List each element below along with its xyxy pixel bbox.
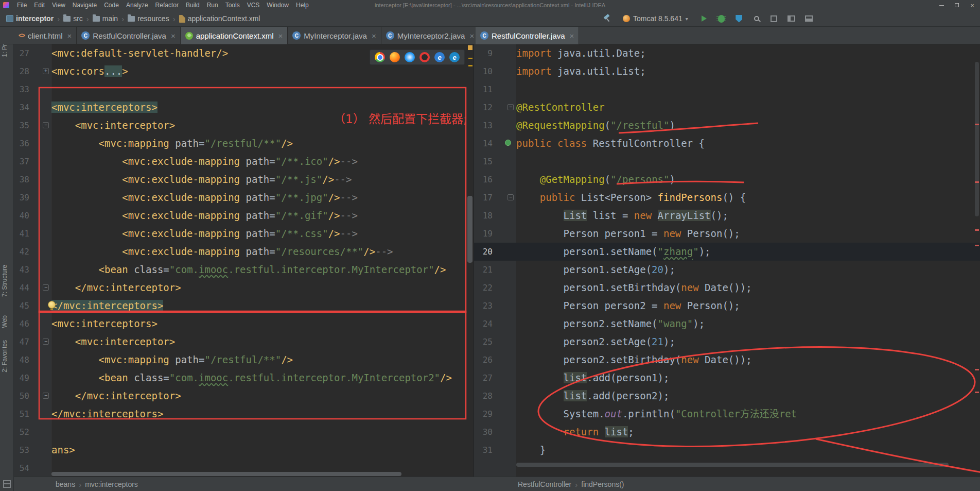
code-line-13[interactable]: 13@RequestMapping("/restful")	[474, 116, 980, 134]
menu-edit[interactable]: Edit	[30, 2, 48, 9]
menu-refactor[interactable]: Refactor	[152, 2, 182, 9]
code-line-42[interactable]: 42 <mvc:exclude-mapping path="/resources…	[14, 243, 474, 261]
close-icon[interactable]: ×	[469, 31, 474, 40]
code-line-38[interactable]: 38 <mvc:exclude-mapping path="/**.js"/>-…	[14, 171, 474, 189]
code-line-16[interactable]: 16 @GetMapping("/persons")	[474, 171, 980, 189]
code-line-53[interactable]: 53ans>	[14, 441, 474, 459]
menu-help[interactable]: Help	[292, 2, 312, 9]
code-line-29[interactable]: 29 System.out.println("Controller方法还没ret	[474, 405, 980, 423]
ie-icon[interactable]: e	[434, 52, 445, 62]
code-line-39[interactable]: 39 <mvc:exclude-mapping path="/**.jpg"/>…	[14, 189, 474, 207]
breadcrumb-main[interactable]: main	[92, 14, 119, 23]
fold-collapse-icon[interactable]: −	[43, 284, 49, 291]
code-line-47[interactable]: 47− <mvc:interceptor>	[14, 333, 474, 351]
code-line-27[interactable]: 27 list.add(person1);	[474, 369, 980, 387]
edge-icon[interactable]: e	[449, 52, 460, 62]
crumb-RestfulController[interactable]: RestfulController	[516, 480, 573, 488]
xml-editor-pane[interactable]: 27<mvc:default-servlet-handler/>28+<mvc:…	[14, 44, 474, 477]
run-configuration-selector[interactable]: Tomcat 8.5.641 ▾	[619, 13, 692, 24]
breadcrumb-applicationContext.xml[interactable]: applicationContext.xml	[178, 14, 261, 23]
tab-MyInterceptor.java[interactable]: CMyInterceptor.java×	[288, 27, 381, 44]
code-line-46[interactable]: 46<mvc:interceptors>	[14, 315, 474, 333]
code-line-52[interactable]: 52	[14, 423, 474, 441]
coverage-button[interactable]	[733, 13, 745, 24]
code-line-41[interactable]: 41 <mvc:exclude-mapping path="/**.css"/>…	[14, 225, 474, 243]
fold-collapse-icon[interactable]: −	[507, 104, 514, 110]
tab-RestfulController.java[interactable]: CRestfulController.java×	[77, 27, 180, 44]
crumb-findPersons()[interactable]: findPersons()	[580, 480, 625, 488]
code-line-9[interactable]: 9import java.util.Date;	[474, 44, 980, 62]
menu-vcs[interactable]: VCS	[243, 2, 264, 9]
settings-box-button[interactable]	[768, 13, 780, 24]
tab-MyInterceptor2.java[interactable]: CMyInterceptor2.java×	[381, 27, 480, 44]
code-line-36[interactable]: 36 <mvc:mapping path="/restful/**"/>	[14, 134, 474, 153]
stripe-item-2: Favorites[interactable]: 2: Favorites	[1, 340, 8, 373]
code-line-17[interactable]: 17− public List<Person> findPers​ons() {	[474, 189, 980, 207]
intention-bulb-icon[interactable]	[48, 301, 56, 309]
toggle-left-panel-button[interactable]	[786, 13, 797, 24]
tab-RestfulController.java[interactable]: CRestfulController.java×	[476, 27, 579, 44]
stripe-item-7: Structure[interactable]: 7: Structure	[1, 265, 8, 297]
build-hammer-button[interactable]	[601, 13, 612, 24]
maximize-button[interactable]	[949, 0, 965, 10]
safari-icon[interactable]	[405, 52, 415, 62]
chrome-icon[interactable]	[375, 52, 385, 62]
close-icon[interactable]: ×	[278, 31, 283, 40]
fold-collapse-icon[interactable]: −	[43, 122, 49, 128]
menu-run[interactable]: Run	[203, 2, 222, 9]
fold-collapse-icon[interactable]: −	[43, 338, 49, 345]
close-icon[interactable]: ×	[67, 31, 72, 40]
code-line-30[interactable]: 30 return list;	[474, 423, 980, 441]
menu-code[interactable]: Code	[100, 2, 122, 9]
right-vertical-scrollbar[interactable]	[975, 62, 979, 216]
code-line-50[interactable]: 50− </mvc:interceptor>	[14, 387, 474, 405]
minimize-button[interactable]	[934, 0, 949, 10]
right-horizontal-scrollbar[interactable]	[516, 463, 949, 467]
menu-navigate[interactable]: Navigate	[69, 2, 100, 9]
code-line-14[interactable]: 14public class RestfulController {	[474, 134, 980, 153]
pane-divider[interactable]	[474, 44, 474, 477]
code-line-51[interactable]: 51</mvc:interceptors>	[14, 405, 474, 423]
code-line-18[interactable]: 18 List list = new ArrayList();	[474, 207, 980, 225]
fold-collapse-icon[interactable]: −	[507, 194, 514, 200]
code-line-31[interactable]: 31 }	[474, 441, 980, 459]
menu-file[interactable]: File	[13, 2, 30, 9]
java-editor-pane[interactable]: 9import java.util.Date;10import java.uti…	[474, 44, 980, 477]
crumb-mvc:interceptors[interactable]: mvc:interceptors	[83, 480, 139, 488]
code-line-44[interactable]: 44− </mvc:interceptor>	[14, 279, 474, 297]
menu-view[interactable]: View	[48, 2, 69, 9]
code-line-49[interactable]: 49 <bean class="com.imooc.restful.interc…	[14, 369, 474, 387]
run-button[interactable]	[698, 13, 710, 24]
debug-button[interactable]	[716, 13, 727, 24]
menu-window[interactable]: Window	[263, 2, 292, 9]
code-line-45[interactable]: 45</mvc:interceptors>	[14, 297, 474, 315]
tab-client.html[interactable]: <>client.html×	[14, 27, 77, 44]
breadcrumb-resources[interactable]: resources	[127, 14, 170, 23]
firefox-icon[interactable]	[390, 52, 400, 62]
code-line-21[interactable]: 21 person1.setAge(20);	[474, 261, 980, 279]
code-line-34[interactable]: 34<mvc:interceptors>	[14, 98, 474, 116]
close-icon[interactable]: ×	[372, 31, 376, 40]
code-line-25[interactable]: 25 person2.setAge(21);	[474, 333, 980, 351]
code-line-28[interactable]: 28+<mvc:cors...>	[14, 62, 474, 80]
left-vertical-scrollbar[interactable]	[467, 196, 472, 263]
code-line-40[interactable]: 40 <mvc:exclude-mapping path="/**.gif"/>…	[14, 207, 474, 225]
left-horizontal-scrollbar[interactable]	[51, 472, 401, 476]
close-icon[interactable]: ×	[171, 31, 176, 40]
breadcrumb-src[interactable]: src	[62, 14, 84, 23]
stripe-item-Web[interactable]: Web	[1, 315, 8, 328]
toggle-bottom-panel-button[interactable]	[803, 13, 815, 24]
search-button[interactable]	[751, 13, 762, 24]
code-line-23[interactable]: 23 Person person2 = new Person();	[474, 297, 980, 315]
toolwindow-switcher-icon[interactable]	[3, 480, 11, 488]
code-line-35[interactable]: 35− <mvc:interceptor>	[14, 116, 474, 134]
code-line-19[interactable]: 19 Person person1 = new Person();	[474, 225, 980, 243]
code-line-37[interactable]: 37 <mvc:exclude-mapping path="/**.ico"/>…	[14, 153, 474, 171]
fold-collapse-icon[interactable]: −	[43, 393, 49, 399]
menu-analyze[interactable]: Analyze	[122, 2, 152, 9]
menu-build[interactable]: Build	[182, 2, 203, 9]
close-button[interactable]: ×	[965, 0, 980, 10]
code-line-15[interactable]: 15	[474, 153, 980, 171]
crumb-beans[interactable]: beans	[54, 480, 77, 488]
code-line-20[interactable]: 20 person1.setName("zhang");	[474, 243, 980, 261]
